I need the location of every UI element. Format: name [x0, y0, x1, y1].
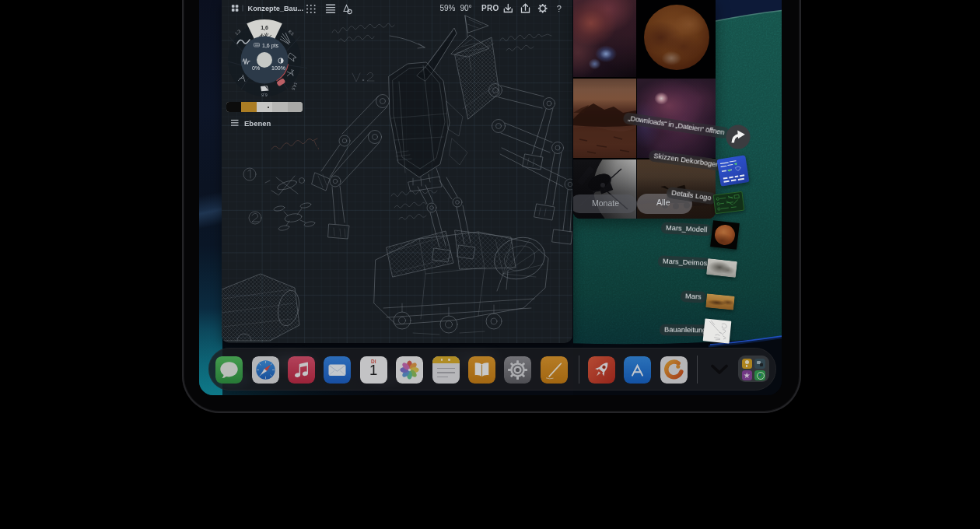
- svg-text:Ebenen: Ebenen: [244, 119, 271, 128]
- svg-text:Konzepte_Bau...: Konzepte_Bau...: [248, 5, 303, 12]
- svg-text:1,6 pts: 1,6 pts: [262, 42, 279, 48]
- svg-text:6,8: 6,8: [261, 93, 268, 97]
- svg-text:59%: 59%: [439, 4, 455, 12]
- svg-text:0%: 0%: [252, 65, 260, 70]
- svg-text:100%: 100%: [271, 65, 285, 70]
- svg-text:1,6: 1,6: [261, 24, 268, 30]
- svg-text:90°: 90°: [460, 4, 471, 12]
- svg-text:?: ?: [557, 4, 562, 13]
- svg-text:PRO: PRO: [481, 4, 499, 12]
